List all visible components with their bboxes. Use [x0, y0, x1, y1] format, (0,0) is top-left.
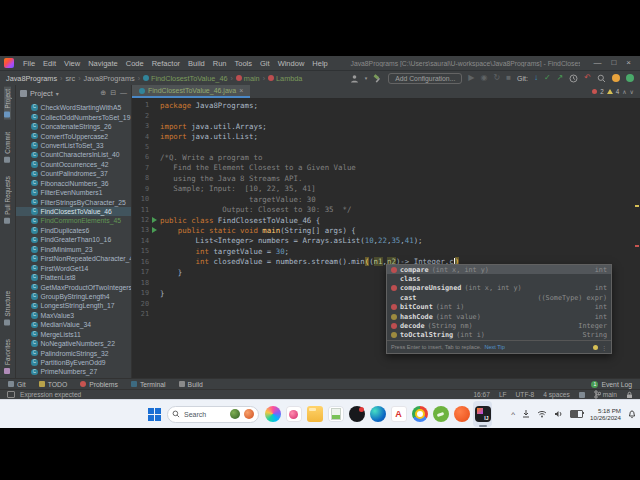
- line-separator[interactable]: LF: [499, 391, 507, 398]
- tree-item-getmaxproductoftwointegers-43[interactable]: CGetMaxProductOfTwoIntegers_43: [16, 282, 131, 291]
- tree-item-findduplicates6[interactable]: CFindDuplicates6: [16, 226, 131, 235]
- project-panel-title[interactable]: Project: [30, 89, 53, 98]
- history-clock-icon[interactable]: [569, 74, 578, 83]
- git-commit-icon[interactable]: ✓: [544, 74, 551, 82]
- menu-file[interactable]: File: [19, 59, 39, 68]
- tree-item-findminimum-23[interactable]: CFindMinimum_23: [16, 245, 131, 254]
- completion-item-compare[interactable]: compare(int x, int y)int: [387, 265, 611, 274]
- build-hammer-icon[interactable]: [373, 74, 382, 83]
- tool-window-button-git[interactable]: Git: [8, 381, 26, 388]
- git-push-icon[interactable]: ↗: [557, 74, 564, 82]
- tree-item-collectoddnumberstoset-19[interactable]: CCollectOddNumbersToSet_19: [16, 112, 131, 121]
- user-icon[interactable]: [350, 74, 359, 83]
- git-branch-widget[interactable]: main: [594, 390, 617, 399]
- completion-item-cast[interactable]: cast((SomeType) expr): [387, 293, 611, 302]
- tree-item-filterevennumbers1[interactable]: CFilterEvenNumbers1: [16, 188, 131, 197]
- tree-item-findcommonelements-45[interactable]: CFindCommonElements_45: [16, 216, 131, 225]
- completion-item-tooctalstring[interactable]: toOctalString(int i)String: [387, 331, 611, 340]
- search-everywhere-icon[interactable]: [597, 74, 606, 83]
- completion-item-compareunsigned[interactable]: compareUnsigned(int x, int y)int: [387, 284, 611, 293]
- menu-build[interactable]: Build: [184, 59, 209, 68]
- menu-navigate[interactable]: Navigate: [84, 59, 122, 68]
- menu-code[interactable]: Code: [122, 59, 148, 68]
- completion-item-hashcode[interactable]: hashCode(int value)int: [387, 312, 611, 321]
- git-update-icon[interactable]: ↓: [534, 74, 538, 82]
- tree-item-firstwordget14[interactable]: CFirstWordGet14: [16, 263, 131, 272]
- gradle-sync-icon[interactable]: [626, 74, 634, 82]
- run-gutter-icon[interactable]: [152, 217, 157, 223]
- tree-item-findgreaterthan10-16[interactable]: CFindGreaterThan10_16: [16, 235, 131, 244]
- hide-panel-icon[interactable]: —: [120, 89, 127, 97]
- tree-item-medianvalue-34[interactable]: CMedianValue_34: [16, 320, 131, 329]
- menu-help[interactable]: Help: [308, 59, 331, 68]
- tree-item-primenumbers-27[interactable]: CPrimeNumbers_27: [16, 367, 131, 376]
- chevron-down-icon[interactable]: ▾: [56, 90, 59, 97]
- tree-item-filterstringsbycharacter-25[interactable]: CFilterStringsByCharacter_25: [16, 197, 131, 206]
- tool-window-button-pull-requests[interactable]: Pull Requests: [4, 174, 11, 226]
- more-options-icon[interactable]: ⋮: [601, 344, 607, 351]
- tree-item-groupbystringlength4[interactable]: CGroupByStringLength4: [16, 292, 131, 301]
- tree-item-mergelists11[interactable]: CMergeLists11: [16, 330, 131, 339]
- menu-refactor[interactable]: Refactor: [148, 59, 184, 68]
- tree-item-partitionbyevenodd9[interactable]: CPartitionByEvenOdd9: [16, 358, 131, 367]
- run-gutter-icon[interactable]: [152, 227, 157, 233]
- tree-item-longeststringlength-17[interactable]: CLongestStringLength_17: [16, 301, 131, 310]
- taskbar-app-snipping-tool[interactable]: [284, 401, 303, 427]
- breadcrumb-item-src[interactable]: src: [65, 74, 75, 83]
- prev-issue-icon[interactable]: ∧: [622, 88, 626, 95]
- taskbar-app-edge[interactable]: [368, 401, 387, 427]
- menu-git[interactable]: Git: [256, 59, 274, 68]
- taskbar-app-acrobat[interactable]: [389, 401, 408, 427]
- stop-button[interactable]: ■: [506, 74, 511, 82]
- start-button-icon[interactable]: [146, 406, 163, 423]
- tree-item-convertlisttoset-33[interactable]: CConvertListToSet_33: [16, 141, 131, 150]
- hidden-icons-chevron[interactable]: ^: [511, 410, 515, 419]
- column-selection-icon[interactable]: [579, 392, 585, 398]
- lock-icon[interactable]: [626, 391, 633, 399]
- tree-item-checkwordstartingwitha5[interactable]: CCheckWordStartingWithA5: [16, 103, 131, 112]
- locate-icon[interactable]: ⊕: [100, 89, 106, 97]
- breadcrumb-item-findclosesttovalue-46[interactable]: FindClosestToValue_46: [143, 74, 228, 83]
- wifi-icon[interactable]: [537, 410, 547, 418]
- clock[interactable]: 5:18 PM 10/26/2024: [590, 407, 621, 421]
- code-with-me-icon[interactable]: [612, 74, 620, 82]
- notification-bell-icon[interactable]: [628, 410, 636, 419]
- next-issue-icon[interactable]: ∨: [630, 88, 634, 95]
- breadcrumb-item-lambda[interactable]: Lambda: [268, 74, 302, 83]
- tool-window-button-problems[interactable]: Problems: [80, 381, 118, 388]
- tree-item-flattenlist8[interactable]: CFlattenList8: [16, 273, 131, 282]
- usb-device-icon[interactable]: [522, 410, 530, 419]
- menu-tools[interactable]: Tools: [231, 59, 257, 68]
- tree-item-concatenatestrings-26[interactable]: CConcatenateStrings_26: [16, 122, 131, 131]
- menu-edit[interactable]: Edit: [39, 59, 60, 68]
- breadcrumb-item-java8programs[interactable]: Java8Programs: [84, 74, 135, 83]
- taskbar-app-postman[interactable]: [452, 401, 471, 427]
- tree-item-palindromicstrings-32[interactable]: CPalindromicStrings_32: [16, 348, 131, 357]
- tool-window-button-build[interactable]: Build: [179, 381, 203, 388]
- minimize-button[interactable]: —: [588, 56, 606, 70]
- rollback-icon[interactable]: ↶: [584, 74, 591, 82]
- tree-item-firstnonrepeatedcharacter-41[interactable]: CFirstNonRepeatedCharacter_41: [16, 254, 131, 263]
- tool-window-button-project[interactable]: Project: [4, 87, 11, 120]
- tab-findclosesttovalue[interactable]: FindClosestToValue_46.java ×: [132, 85, 250, 98]
- coverage-button[interactable]: ↻: [493, 74, 500, 82]
- tree-item-countcharactersinlist-40[interactable]: CCountCharactersInList_40: [16, 150, 131, 159]
- caret-position[interactable]: 16:67: [473, 391, 490, 398]
- tree-item-nonegativenumbers-22[interactable]: CNoNegativeNumbers_22: [16, 339, 131, 348]
- tree-item-fibonaccinumbers-36[interactable]: CFibonacciNumbers_36: [16, 179, 131, 188]
- debug-button[interactable]: ◉: [480, 74, 487, 82]
- next-tip-link[interactable]: Next Tip: [484, 344, 505, 350]
- indent-style[interactable]: 4 spaces: [543, 391, 569, 398]
- add-configuration-button[interactable]: Add Configuration...: [388, 73, 462, 84]
- collapse-all-icon[interactable]: ⊟: [110, 89, 116, 97]
- tool-window-button-structure[interactable]: Structure: [4, 289, 11, 328]
- tree-item-maxvalue3[interactable]: CMaxValue3: [16, 311, 131, 320]
- dropdown-caret-icon[interactable]: ▾: [365, 76, 368, 81]
- maximize-button[interactable]: □: [606, 56, 621, 70]
- close-button[interactable]: ×: [621, 56, 636, 70]
- taskbar-app-file-explorer[interactable]: [305, 401, 324, 427]
- file-encoding[interactable]: UTF-8: [516, 391, 535, 398]
- menu-view[interactable]: View: [60, 59, 84, 68]
- tree-item-converttouppercase2[interactable]: CConvertToUppercase2: [16, 131, 131, 140]
- tool-window-button-commit[interactable]: Commit: [4, 130, 11, 165]
